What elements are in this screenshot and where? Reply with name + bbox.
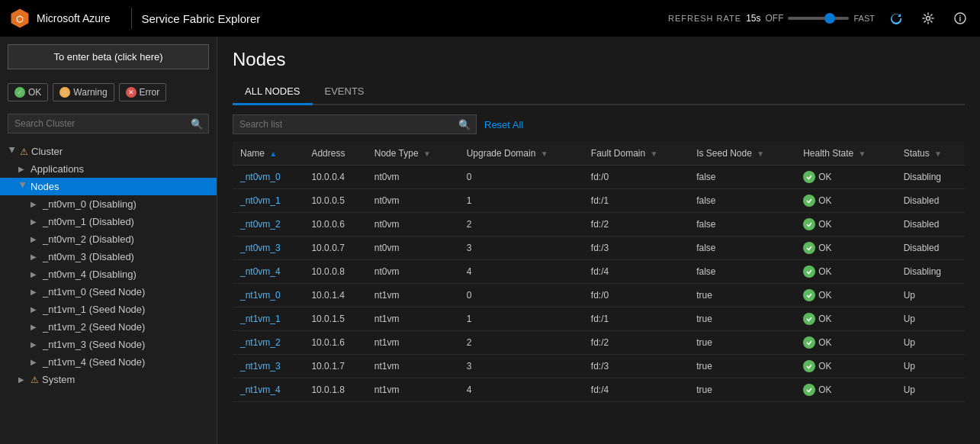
azure-logo-icon: ⬡ <box>9 8 31 29</box>
search-cluster-icon: 🔍 <box>191 118 203 130</box>
cell-address: 10.0.0.7 <box>304 236 366 260</box>
sidebar-item-nt0vm1[interactable]: ▶_nt0vm_1 (Disabled) <box>0 213 217 230</box>
cell-health-state: OK <box>795 260 895 284</box>
sidebar-item-nt0vm4[interactable]: ▶_nt0vm_4 (Disabling) <box>0 265 217 283</box>
cell-node-type: nt0vm <box>367 213 459 236</box>
status-bar: ✓ OK ⚠ Warning ✕ Error <box>0 77 217 108</box>
search-list-wrap: 🔍 <box>233 114 477 134</box>
cell-name: _nt1vm_1 <box>233 307 304 331</box>
tree-arrow-nt0vm3: ▶ <box>31 253 40 261</box>
sort-icon: ▲ <box>269 150 277 158</box>
node-name-link[interactable]: _nt1vm_1 <box>240 314 281 324</box>
health-state-badge: OK <box>803 218 831 230</box>
sidebar-item-nt1vm4[interactable]: ▶_nt1vm_4 (Seed Node) <box>0 353 217 371</box>
sidebar-item-nt0vm2[interactable]: ▶_nt0vm_2 (Disabled) <box>0 230 217 248</box>
col-address[interactable]: Address <box>304 142 366 166</box>
node-name-link[interactable]: _nt1vm_0 <box>240 290 281 301</box>
cell-address: 10.0.1.5 <box>304 307 366 331</box>
search-cluster-input[interactable] <box>8 114 209 134</box>
ok-button[interactable]: ✓ OK <box>8 83 48 101</box>
cell-is-seed-node: false <box>689 236 795 260</box>
cell-is-seed-node: true <box>689 307 795 331</box>
sidebar-item-nt1vm3[interactable]: ▶_nt1vm_3 (Seed Node) <box>0 336 217 353</box>
sidebar-item-system[interactable]: ▶⚠System <box>0 371 217 388</box>
sidebar-item-nt0vm3[interactable]: ▶_nt0vm_3 (Disabled) <box>0 248 217 265</box>
health-state-badge: OK <box>803 289 831 301</box>
col-is-seed-node[interactable]: Is Seed Node ▼ <box>689 142 795 166</box>
error-button[interactable]: ✕ Error <box>119 83 167 101</box>
cell-name: _nt1vm_2 <box>233 331 304 355</box>
sidebar-item-nt1vm2[interactable]: ▶_nt1vm_2 (Seed Node) <box>0 318 217 336</box>
nodes-table: Name ▲AddressNode Type ▼Upgrade Domain ▼… <box>233 142 965 402</box>
cell-address: 10.0.0.5 <box>304 189 366 213</box>
warning-button[interactable]: ⚠ Warning <box>53 83 114 101</box>
beta-banner[interactable]: To enter beta (click here) <box>8 44 209 69</box>
tree-arrow-nt1vm1: ▶ <box>31 305 40 314</box>
app-name: Service Fabric Explorer <box>141 12 260 25</box>
health-state-badge: OK <box>803 171 831 183</box>
node-name-link[interactable]: _nt0vm_4 <box>240 266 281 277</box>
cell-status: Up <box>896 378 965 402</box>
cell-upgrade-domain: 2 <box>459 331 583 355</box>
tabs-bar: ALL NODESEVENTS <box>233 79 965 105</box>
col-fault-domain[interactable]: Fault Domain ▼ <box>583 142 689 166</box>
node-name-link[interactable]: _nt1vm_3 <box>240 361 281 372</box>
cell-health-state: OK <box>795 189 895 213</box>
health-state-badge: OK <box>803 265 831 278</box>
cell-health-state: OK <box>795 355 895 378</box>
cell-is-seed-node: false <box>689 189 795 213</box>
col-node-type[interactable]: Node Type ▼ <box>367 142 459 166</box>
sidebar-item-nt1vm1[interactable]: ▶_nt1vm_1 (Seed Node) <box>0 301 217 318</box>
node-name-link[interactable]: _nt0vm_0 <box>240 172 281 182</box>
info-icon[interactable]: i <box>949 8 971 29</box>
search-list-input[interactable] <box>233 114 477 134</box>
cell-fault-domain: fd:/2 <box>583 331 689 355</box>
sidebar-label-nt1vm3: _nt1vm_3 (Seed Node) <box>43 339 145 350</box>
sidebar-item-nt1vm0[interactable]: ▶_nt1vm_0 (Seed Node) <box>0 283 217 301</box>
sidebar-item-nodes[interactable]: ▶Nodes <box>0 178 217 195</box>
ok-circle-icon <box>803 289 815 301</box>
tree-arrow-cluster: ▶ <box>8 147 17 156</box>
col-health-state[interactable]: Health State ▼ <box>795 142 895 166</box>
node-name-link[interactable]: _nt1vm_2 <box>240 337 281 348</box>
table-controls: 🔍 Reset All <box>233 114 965 134</box>
refresh-icon[interactable] <box>885 8 907 29</box>
cell-status: Up <box>896 331 965 355</box>
ok-circle-icon <box>803 242 815 254</box>
table-row: _nt1vm_110.0.1.5nt1vm1fd:/1true OKUp <box>233 307 965 331</box>
cell-address: 10.0.1.7 <box>304 355 366 378</box>
cell-upgrade-domain: 1 <box>459 189 583 213</box>
settings-icon[interactable] <box>917 8 939 29</box>
warn-icon-system: ⚠ <box>31 375 39 385</box>
node-name-link[interactable]: _nt0vm_2 <box>240 219 281 230</box>
refresh-off: OFF <box>765 13 783 24</box>
sidebar-label-nt1vm4: _nt1vm_4 (Seed Node) <box>43 356 145 368</box>
col-upgrade-domain[interactable]: Upgrade Domain ▼ <box>459 142 583 166</box>
tab-events[interactable]: EVENTS <box>313 79 377 105</box>
filter-icon: ▼ <box>757 150 764 158</box>
cell-health-state: OK <box>795 236 895 260</box>
tree-arrow-nt0vm4: ▶ <box>31 270 40 278</box>
col-name[interactable]: Name ▲ <box>233 142 304 166</box>
cell-name: _nt0vm_3 <box>233 236 304 260</box>
refresh-slider[interactable] <box>788 17 849 20</box>
cell-address: 10.0.1.4 <box>304 284 366 307</box>
cell-name: _nt1vm_4 <box>233 378 304 402</box>
cell-upgrade-domain: 0 <box>459 284 583 307</box>
sidebar-item-cluster[interactable]: ▶⚠Cluster <box>0 143 217 160</box>
col-status[interactable]: Status ▼ <box>896 142 965 166</box>
sidebar-label-nt1vm2: _nt1vm_2 (Seed Node) <box>43 321 145 333</box>
sidebar-item-applications[interactable]: ▶Applications <box>0 160 217 178</box>
ok-circle-icon <box>803 360 815 372</box>
table-row: _nt1vm_410.0.1.8nt1vm4fd:/4true OKUp <box>233 378 965 402</box>
reset-all-button[interactable]: Reset All <box>484 119 523 130</box>
node-name-link[interactable]: _nt0vm_1 <box>240 195 281 206</box>
warn-dot: ⚠ <box>59 87 70 98</box>
cell-is-seed-node: false <box>689 260 795 284</box>
node-name-link[interactable]: _nt0vm_3 <box>240 243 281 253</box>
tree-arrow-nt1vm2: ▶ <box>31 323 40 331</box>
node-name-link[interactable]: _nt1vm_4 <box>240 384 281 395</box>
sidebar-item-nt0vm0[interactable]: ▶_nt0vm_0 (Disabling) <box>0 195 217 213</box>
tab-all-nodes[interactable]: ALL NODES <box>233 79 313 105</box>
error-label: Error <box>140 87 160 98</box>
